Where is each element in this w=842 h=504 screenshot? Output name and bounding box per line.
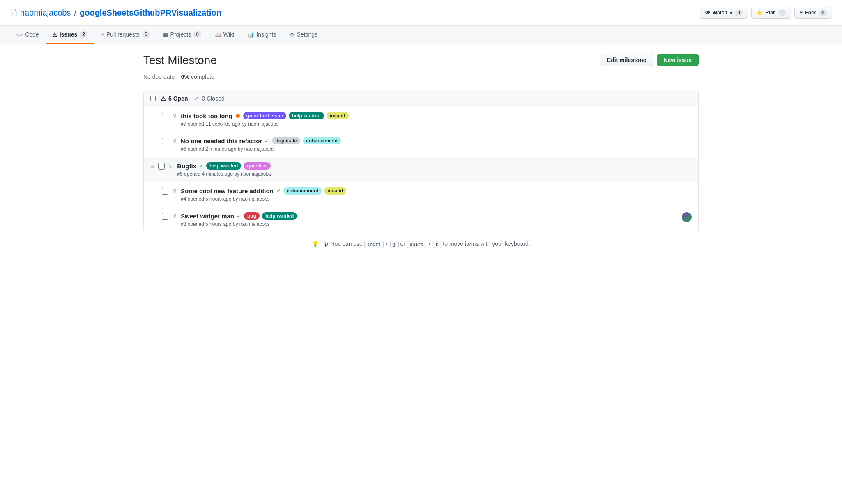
issue-checkbox[interactable] (162, 213, 168, 220)
pr-icon: ⑂ (101, 32, 104, 38)
new-issue-button[interactable]: New issue (657, 54, 699, 66)
issue-label[interactable]: good first issue (243, 112, 286, 119)
fork-icon: ⑂ (800, 10, 803, 16)
issue-check-icon: ✓ (265, 137, 269, 144)
repo-name-link[interactable]: googleSheetsGithubPRVisualization (80, 8, 221, 18)
issue-assignee (682, 212, 692, 222)
watch-button[interactable]: 👁 Watch ▾ 0 (700, 7, 748, 19)
issue-label[interactable]: invalid (324, 187, 346, 195)
issues-container: ⚠ 5 Open ✓ 0 Closed ⑂ this took too long… (143, 90, 699, 232)
fork-count: 0 (819, 9, 827, 16)
top-header: 📄 naomiajacobs / googleSheetsGithubPRVis… (0, 0, 842, 26)
issue-number: #6 (181, 146, 186, 152)
issue-label[interactable]: duplicate (272, 137, 300, 144)
open-icon: ⚠ (161, 95, 166, 102)
issue-open-icon: ⑂ (169, 163, 173, 170)
issue-open-icon: ⑂ (173, 137, 177, 145)
issue-row: ⑂ No one needed this refactor ✓ duplicat… (144, 132, 698, 157)
watch-dropdown-icon: ▾ (730, 11, 732, 15)
tab-settings[interactable]: ⚙ Settings (283, 26, 324, 44)
star-count: 1 (778, 9, 786, 16)
closed-count-label: 0 Closed (202, 95, 224, 102)
edit-milestone-button[interactable]: Edit milestone (600, 54, 653, 66)
issue-opened-text: opened 2 minutes ago by naomiajacobs (188, 146, 275, 152)
issue-open-icon: ⑂ (173, 188, 177, 195)
issue-title[interactable]: this took too long (181, 112, 232, 119)
repo-separator: / (74, 8, 76, 18)
issue-checkbox[interactable] (162, 113, 168, 119)
repo-icon: 📄 (10, 9, 18, 16)
issue-check-icon: ✓ (237, 213, 242, 219)
tip-text-after: to move items with your keyboard. (443, 241, 530, 247)
tab-wiki[interactable]: 📖 Wiki (208, 26, 241, 44)
k-key: k (433, 241, 442, 248)
fork-button[interactable]: ⑂ Fork 0 (794, 7, 832, 19)
j-key: j (390, 241, 399, 248)
issue-content: Bugfix ✓ help wantedquestion #5 opened 4… (177, 162, 692, 177)
issue-content: Sweet widget man ✓ bughelp wanted #3 ope… (181, 212, 678, 227)
star-icon: ⭐ (757, 10, 763, 16)
issue-title[interactable]: No one needed this refactor (181, 137, 262, 144)
tab-projects[interactable]: ▦ Projects 0 (156, 26, 208, 44)
issue-row: ⑂ this took too long good first issuehel… (144, 107, 698, 132)
issue-checkbox[interactable] (162, 188, 168, 195)
issue-content: Some cool new feature addition ✓ enhance… (181, 187, 692, 202)
code-icon: <> (16, 32, 23, 38)
issue-row: ⑂ Sweet widget man ✓ bughelp wanted #3 o… (144, 207, 698, 232)
issue-label[interactable]: help wanted (289, 112, 324, 119)
tab-code[interactable]: <> Code (10, 26, 46, 44)
issue-title[interactable]: Some cool new feature addition (181, 188, 274, 195)
issue-title[interactable]: Sweet widget man (181, 213, 234, 220)
issue-title[interactable]: Bugfix (177, 163, 196, 170)
issue-open-icon: ⑂ (173, 112, 177, 120)
issues-header-actions: ⚠ 5 Open ✓ 0 Closed (161, 95, 692, 102)
issue-checkbox[interactable] (158, 163, 165, 170)
issue-content: No one needed this refactor ✓ duplicatee… (181, 137, 692, 152)
issue-label[interactable]: question (244, 162, 271, 170)
issue-opened-text: opened 5 hours ago by naomiajacobs (188, 196, 270, 202)
select-all-checkbox[interactable] (150, 96, 156, 101)
drag-handle-icon[interactable]: ≡ (150, 163, 154, 170)
issue-opened-text: opened 5 hours ago by naomiajacobs (188, 221, 270, 227)
closed-issues-filter[interactable]: ✓ 0 Closed (194, 95, 224, 102)
repo-owner-link[interactable]: naomiajacobs (20, 8, 71, 18)
issue-label[interactable]: enhancement (303, 137, 341, 144)
issue-checkbox[interactable] (162, 138, 168, 144)
issue-content: this took too long good first issuehelp … (181, 112, 692, 127)
insights-icon: 📊 (247, 32, 254, 38)
star-button[interactable]: ⭐ Star 1 (751, 7, 791, 19)
shift-key-1: shift (364, 241, 384, 248)
plus-1: + (385, 241, 390, 247)
milestone-header: Test Milestone Edit milestone New issue (143, 54, 699, 67)
issue-meta: #4 opened 5 hours ago by naomiajacobs (181, 196, 692, 202)
issues-list-header: ⚠ 5 Open ✓ 0 Closed (144, 90, 698, 107)
issue-label[interactable]: help wanted (206, 162, 241, 170)
issue-label[interactable]: help wanted (262, 212, 297, 220)
complete-label: complete (191, 73, 214, 80)
projects-count: 0 (193, 31, 201, 38)
milestone-actions: Edit milestone New issue (600, 54, 699, 66)
tab-insights[interactable]: 📊 Insights (241, 26, 283, 44)
or-text: or (400, 241, 407, 247)
issue-number: #3 (181, 221, 186, 227)
watch-count: 0 (735, 9, 743, 16)
issue-meta: #6 opened 2 minutes ago by naomiajacobs (181, 146, 692, 152)
issues-count: 2 (80, 31, 87, 38)
issue-check-icon: ✓ (276, 188, 281, 194)
pr-count: 5 (142, 31, 150, 38)
issue-opened-text: opened 4 minutes ago by naomiajacobs (184, 171, 271, 177)
plus-2: + (428, 241, 433, 247)
page-content: Test Milestone Edit milestone New issue … (133, 44, 709, 266)
tab-issues[interactable]: ⚠ Issues 2 (46, 26, 94, 44)
settings-icon: ⚙ (290, 32, 294, 38)
issue-label[interactable]: bug (244, 212, 260, 220)
tab-pull-requests[interactable]: ⑂ Pull requests 5 (94, 26, 156, 44)
open-count-label: 5 Open (168, 95, 188, 102)
issue-number: #5 (177, 171, 182, 177)
issue-label[interactable]: invalid (327, 112, 349, 119)
issue-label[interactable]: enhancement (283, 187, 322, 195)
wiki-icon: 📖 (214, 32, 221, 38)
tip-bar: 💡 Tip! You can use shift + j or shift + … (143, 232, 699, 257)
open-issues-filter[interactable]: ⚠ 5 Open (161, 95, 188, 102)
issue-meta: #7 opened 11 seconds ago by naomiajacobs (181, 121, 692, 127)
